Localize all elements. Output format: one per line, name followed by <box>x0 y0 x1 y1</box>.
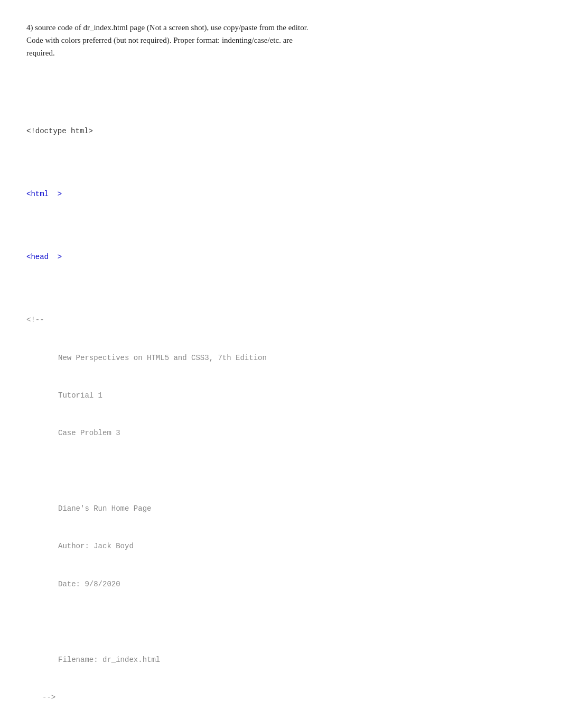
code-comment7: Filename: dr_index.html <box>26 654 535 667</box>
desc-line1: 4) source code of dr_index.html page (No… <box>26 21 535 34</box>
code-comment1: New Perspectives on HTML5 and CSS3, 7th … <box>26 352 535 365</box>
code-comment6: Date: 9/8/2020 <box>26 578 535 591</box>
html-open-tag: <html > <box>26 190 62 198</box>
code-comment4: Diane's Run Home Page <box>26 503 535 515</box>
code-comment2: Tutorial 1 <box>26 390 535 402</box>
code-html-open: <html > <box>26 188 535 201</box>
head-open-tag: <head > <box>26 253 62 261</box>
code-block: <!doctype html> <html > <head > <!-- New… <box>26 75 535 728</box>
code-doctype: <!doctype html> <box>26 125 535 138</box>
code-comment5: Author: Jack Boyd <box>26 540 535 553</box>
code-comment3: Case Problem 3 <box>26 427 535 440</box>
page-description: 4) source code of dr_index.html page (No… <box>26 21 535 59</box>
code-comment-close: --> <box>26 692 535 704</box>
code-comment-open: <!-- <box>26 314 535 327</box>
code-comment-blank2 <box>26 616 535 629</box>
desc-line3: required. <box>26 47 535 59</box>
code-head-open: <head > <box>26 251 535 264</box>
desc-line2: Code with colors preferred (but not requ… <box>26 34 535 47</box>
code-comment-blank1 <box>26 465 535 478</box>
page-wrapper: 4) source code of dr_index.html page (No… <box>26 21 535 728</box>
doctype-text: <!doctype html> <box>26 127 93 135</box>
